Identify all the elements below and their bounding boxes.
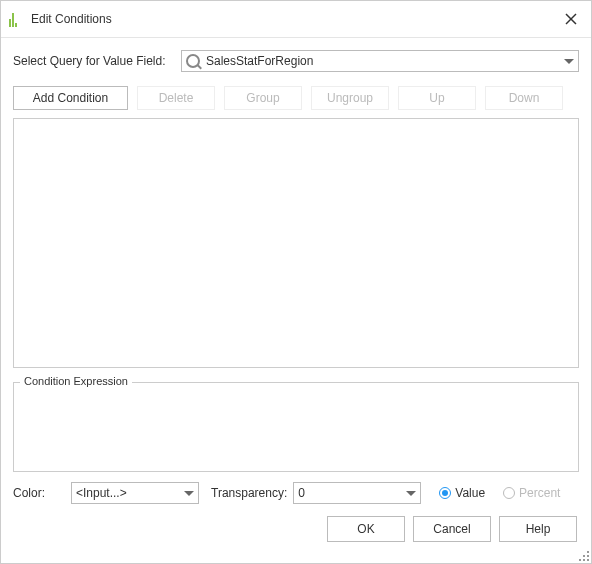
- transparency-label: Transparency:: [211, 486, 287, 500]
- edit-conditions-dialog: Edit Conditions Select Query for Value F…: [0, 0, 592, 564]
- app-bars-icon: [9, 11, 25, 27]
- up-button: Up: [398, 86, 476, 110]
- chevron-down-icon: [406, 491, 416, 496]
- close-button[interactable]: [559, 7, 583, 31]
- group-button: Group: [224, 86, 302, 110]
- titlebar: Edit Conditions: [1, 1, 591, 38]
- transparency-value: 0: [298, 486, 406, 500]
- percent-radio-label: Percent: [519, 486, 560, 500]
- radio-icon: [503, 487, 515, 499]
- conditions-list[interactable]: [13, 118, 579, 368]
- search-icon: [186, 54, 200, 68]
- color-row: Color: <Input...> Transparency: 0 Value …: [13, 482, 579, 504]
- radio-icon: [439, 487, 451, 499]
- value-radio-label: Value: [455, 486, 485, 500]
- percent-radio-wrap: Percent: [503, 486, 560, 500]
- down-button: Down: [485, 86, 563, 110]
- resize-grip[interactable]: [577, 549, 589, 561]
- condition-toolbar: Add Condition Delete Group Ungroup Up Do…: [13, 86, 579, 110]
- transparency-select[interactable]: 0: [293, 482, 421, 504]
- condition-expression-legend: Condition Expression: [20, 375, 132, 387]
- chevron-down-icon: [184, 491, 194, 496]
- chevron-down-icon: [564, 59, 574, 64]
- help-button[interactable]: Help: [499, 516, 577, 542]
- color-value: <Input...>: [76, 486, 184, 500]
- footer: OK Cancel Help: [13, 516, 579, 542]
- query-label: Select Query for Value Field:: [13, 54, 181, 68]
- ok-button[interactable]: OK: [327, 516, 405, 542]
- value-radio-wrap[interactable]: Value: [439, 486, 485, 500]
- dialog-title: Edit Conditions: [31, 12, 559, 26]
- delete-button: Delete: [137, 86, 215, 110]
- cancel-button[interactable]: Cancel: [413, 516, 491, 542]
- color-select[interactable]: <Input...>: [71, 482, 199, 504]
- query-select[interactable]: SalesStatForRegion: [181, 50, 579, 72]
- query-row: Select Query for Value Field: SalesStatF…: [13, 50, 579, 72]
- color-label: Color:: [13, 486, 65, 500]
- add-condition-button[interactable]: Add Condition: [13, 86, 128, 110]
- query-value: SalesStatForRegion: [206, 54, 564, 68]
- condition-expression-panel: Condition Expression: [13, 382, 579, 472]
- dialog-content: Select Query for Value Field: SalesStatF…: [1, 38, 591, 563]
- close-icon: [565, 13, 577, 25]
- ungroup-button: Ungroup: [311, 86, 389, 110]
